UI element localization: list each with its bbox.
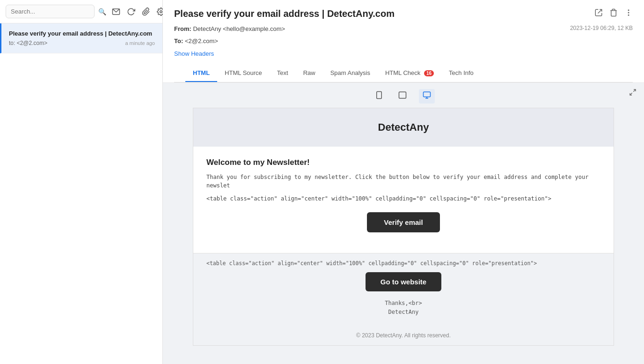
svg-line-12 <box>633 89 636 92</box>
footer-text: © 2023 DetectAny. All rights reserved. <box>356 332 451 339</box>
svg-point-1 <box>160 10 162 13</box>
email-rendered: DetectAny Welcome to my Newsletter! Than… <box>193 108 614 345</box>
sidebar: 🔍 Please verify your email address | Det… <box>0 0 163 364</box>
from-to-block: From: DetectAny <hello@example.com> To: … <box>174 24 285 48</box>
view-icons-bar <box>163 83 644 108</box>
code-line-2: <table class="action" align="center" wid… <box>206 260 600 267</box>
desktop-view-icon[interactable] <box>419 89 435 104</box>
welcome-heading: Welcome to my Newsletter! <box>206 158 600 167</box>
tab-html-check[interactable]: HTML Check 16 <box>378 65 441 82</box>
from-to-date-row: From: DetectAny <hello@example.com> To: … <box>174 24 633 48</box>
email-brand: DetectAny <box>203 121 604 134</box>
email-top-banner: DetectAny <box>193 108 614 147</box>
from-field: From: DetectAny <hello@example.com> <box>174 24 285 34</box>
svg-point-4 <box>628 15 629 16</box>
verify-email-button[interactable]: Verify email <box>367 212 439 232</box>
tab-text[interactable]: Text <box>270 65 296 82</box>
show-headers-link[interactable]: Show Headers <box>174 50 214 57</box>
thanks-text: Thanks,<br> DetectAny <box>206 299 600 317</box>
main-panel: Please verify your email address | Detec… <box>163 0 644 364</box>
email-header: Please verify your email address | Detec… <box>163 0 644 83</box>
header-actions <box>594 8 633 19</box>
svg-point-3 <box>628 12 629 13</box>
to-value: <2@2.com> <box>185 37 218 45</box>
more-icon[interactable] <box>624 8 633 19</box>
search-icon[interactable]: 🔍 <box>98 8 106 15</box>
email-content-area: Welcome to my Newsletter! Thank you for … <box>193 147 614 253</box>
to-field: To: <2@2.com> <box>174 36 285 46</box>
tab-spam-analysis[interactable]: Spam Analysis <box>323 65 378 82</box>
svg-rect-9 <box>424 92 431 97</box>
tablet-view-icon[interactable] <box>395 89 410 104</box>
trash-icon[interactable] <box>609 8 618 19</box>
email-to-info: to: <2@2.com> <box>9 40 47 46</box>
expand-icon[interactable] <box>629 89 637 98</box>
date-size: 2023-12-19 06:29, 12 KB <box>570 25 633 31</box>
tab-html-source[interactable]: HTML Source <box>217 65 270 82</box>
email-body-area: DetectAny Welcome to my Newsletter! Than… <box>163 83 644 364</box>
mobile-view-icon[interactable] <box>372 89 386 104</box>
email-bottom-section: <table class="action" align="center" wid… <box>193 253 614 325</box>
search-bar: 🔍 <box>0 0 162 23</box>
tab-tech-info[interactable]: Tech Info <box>441 65 481 82</box>
email-footer: © 2023 DetectAny. All rights reserved. <box>193 326 614 345</box>
code-line-1: <table class="action" align="center" wid… <box>206 194 600 203</box>
email-title: Please verify your email address | Detec… <box>174 8 395 19</box>
thanks-line2: DetectAny <box>388 309 418 315</box>
email-subject: Please verify your email address | Detec… <box>9 30 155 38</box>
svg-line-13 <box>630 93 632 96</box>
compose-icon[interactable] <box>142 7 150 16</box>
svg-point-2 <box>628 10 629 11</box>
tabs-bar: HTML HTML Source Text Raw Spam Analysis … <box>174 65 633 82</box>
go-to-website-button[interactable]: Go to website <box>366 272 441 291</box>
tab-raw[interactable]: Raw <box>296 65 323 82</box>
email-title-row: Please verify your email address | Detec… <box>174 8 633 19</box>
search-input[interactable] <box>6 5 95 18</box>
toolbar-icons <box>112 7 165 16</box>
email-time: a minute ago <box>125 40 155 46</box>
inbox-icon[interactable] <box>112 7 120 16</box>
email-meta-row: to: <2@2.com> a minute ago <box>9 40 155 46</box>
refresh-icon[interactable] <box>127 7 135 16</box>
forward-icon[interactable] <box>594 8 603 19</box>
body-text: Thank you for subscribing to my newslett… <box>206 173 600 190</box>
html-check-badge: 16 <box>424 70 434 76</box>
from-value: DetectAny <hello@example.com> <box>193 25 285 32</box>
thanks-line1: Thanks,<br> <box>385 300 422 306</box>
email-list-item[interactable]: Please verify your email address | Detec… <box>0 23 162 53</box>
tab-html[interactable]: HTML <box>185 65 217 82</box>
